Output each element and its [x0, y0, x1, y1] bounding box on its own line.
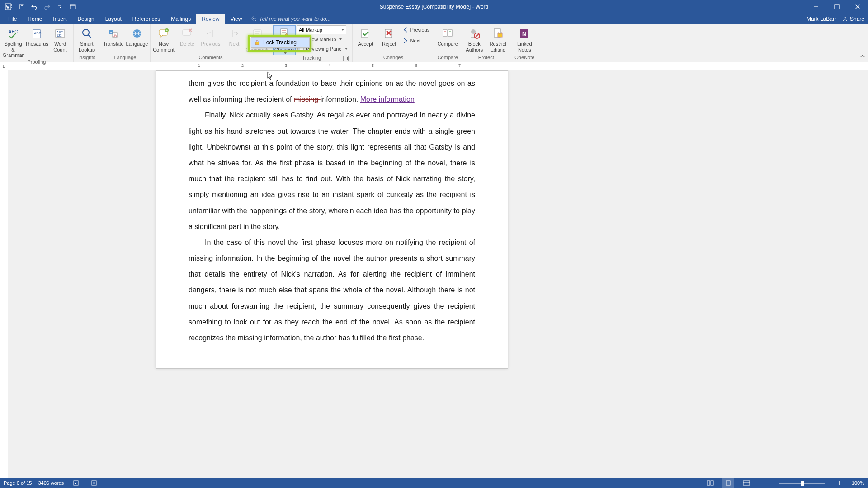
tell-me-input[interactable] — [259, 16, 349, 22]
next-comment-button: Next — [223, 25, 245, 48]
accept-button[interactable]: Accept — [354, 25, 377, 48]
save-icon[interactable] — [16, 1, 27, 12]
svg-text:+: + — [166, 28, 168, 33]
svg-line-14 — [255, 20, 256, 21]
svg-line-55 — [475, 34, 479, 38]
delete-comment-button: Delete — [176, 25, 198, 48]
group-label-comments: Comments — [152, 55, 269, 62]
ribbon-display-options-icon[interactable] — [65, 0, 80, 14]
new-comment-icon: + — [157, 26, 170, 41]
svg-text:N: N — [522, 31, 526, 37]
tab-mailings[interactable]: Mailings — [165, 14, 196, 24]
svg-point-15 — [844, 17, 846, 19]
block-authors-icon — [468, 26, 481, 41]
linked-notes-button[interactable]: N Linked Notes — [513, 25, 536, 53]
user-name[interactable]: Mark LaBarr — [807, 16, 836, 22]
horizontal-ruler[interactable]: 1 2 3 4 5 6 7 — [8, 62, 868, 70]
tracking-dialog-launcher[interactable] — [343, 56, 349, 61]
track-changes-menu: Lock Tracking — [251, 37, 310, 48]
svg-rect-3 — [11, 7, 12, 8]
tab-design[interactable]: Design — [72, 14, 99, 24]
thesaurus-icon: ABC — [30, 26, 43, 41]
previous-change-button[interactable]: Previous — [401, 25, 433, 34]
maximize-button[interactable] — [826, 0, 847, 14]
translate-icon: aあ — [107, 26, 120, 41]
group-label-tracking: Tracking — [273, 55, 350, 62]
reject-icon — [383, 26, 396, 41]
group-label-changes: Changes — [354, 55, 433, 62]
tab-file[interactable]: File — [3, 14, 22, 24]
word-count-button[interactable]: ABC123 Word Count — [49, 25, 71, 53]
compare-icon — [441, 26, 454, 41]
markup-mode-select[interactable]: All Markup — [297, 25, 346, 34]
smart-lookup-button[interactable]: Smart Lookup — [75, 25, 98, 53]
word-icon[interactable] — [4, 1, 14, 12]
chevron-down-icon — [284, 52, 287, 54]
svg-text:あ: あ — [113, 33, 117, 37]
svg-rect-9 — [835, 5, 839, 9]
svg-rect-38 — [281, 29, 287, 37]
svg-rect-7 — [70, 5, 75, 6]
tab-insert[interactable]: Insert — [47, 14, 72, 24]
globe-icon — [131, 26, 143, 41]
collapse-ribbon-icon[interactable] — [860, 53, 865, 60]
next-change-button[interactable]: Next — [401, 36, 433, 45]
tell-me-search[interactable] — [247, 14, 349, 24]
chevron-down-icon — [341, 29, 344, 31]
delete-comment-icon — [181, 26, 193, 41]
onenote-icon: N — [518, 26, 531, 41]
svg-text:a: a — [110, 30, 112, 34]
translate-button[interactable]: aあ Translate — [102, 25, 125, 48]
group-label-onenote: OneNote — [513, 55, 536, 62]
block-authors-button[interactable]: Block Authors — [463, 25, 486, 53]
tab-layout[interactable]: Layout — [100, 14, 127, 24]
tab-home[interactable]: Home — [22, 14, 47, 24]
thesaurus-button[interactable]: ABC Thesaurus — [25, 25, 48, 48]
svg-text:123: 123 — [57, 34, 62, 37]
svg-point-22 — [83, 29, 89, 36]
svg-rect-0 — [5, 4, 11, 10]
svg-rect-4 — [21, 5, 23, 6]
svg-rect-50 — [448, 30, 452, 36]
group-label-insights: Insights — [75, 55, 98, 62]
spelling-grammar-button[interactable]: ABC Spelling & Grammar — [2, 25, 24, 59]
minimize-button[interactable] — [806, 0, 826, 14]
tab-review[interactable]: Review — [196, 14, 225, 24]
group-label-language: Language — [102, 55, 148, 62]
restrict-editing-icon — [491, 26, 504, 41]
svg-rect-60 — [255, 42, 259, 45]
svg-text:ABC: ABC — [34, 31, 42, 35]
svg-point-13 — [253, 18, 255, 19]
restrict-editing-button[interactable]: Restrict Editing — [486, 25, 509, 53]
magnifier-icon — [80, 26, 93, 41]
compare-button[interactable]: Compare — [436, 25, 459, 48]
undo-icon[interactable] — [29, 1, 40, 12]
spellcheck-icon: ABC — [7, 26, 19, 41]
previous-icon — [402, 27, 409, 33]
group-label-compare: Compare — [436, 55, 459, 62]
previous-comment-icon — [205, 26, 216, 41]
tab-references[interactable]: References — [127, 14, 165, 24]
svg-rect-49 — [443, 30, 447, 36]
share-button[interactable]: Share — [842, 16, 864, 22]
language-button[interactable]: Language — [126, 25, 148, 48]
redo-icon[interactable] — [42, 1, 52, 12]
svg-rect-35 — [253, 30, 261, 35]
svg-text:ABC: ABC — [57, 31, 63, 34]
menu-item-lock-tracking[interactable]: Lock Tracking — [251, 38, 309, 47]
new-comment-button[interactable]: + New Comment — [152, 25, 175, 53]
group-label-protect: Protect — [463, 55, 509, 62]
next-comment-icon — [229, 26, 240, 41]
svg-rect-57 — [498, 33, 502, 37]
word-count-icon: ABC123 — [54, 26, 66, 41]
svg-rect-1 — [11, 4, 12, 5]
svg-point-53 — [471, 29, 476, 34]
chevron-down-icon — [339, 38, 342, 40]
svg-text:ABC: ABC — [9, 29, 18, 34]
tab-view[interactable]: View — [225, 14, 248, 24]
reject-button[interactable]: Reject — [378, 25, 401, 48]
accept-icon — [359, 26, 372, 41]
chevron-down-icon — [345, 48, 348, 50]
close-button[interactable] — [847, 0, 868, 14]
qat-customize-icon[interactable] — [54, 1, 65, 12]
